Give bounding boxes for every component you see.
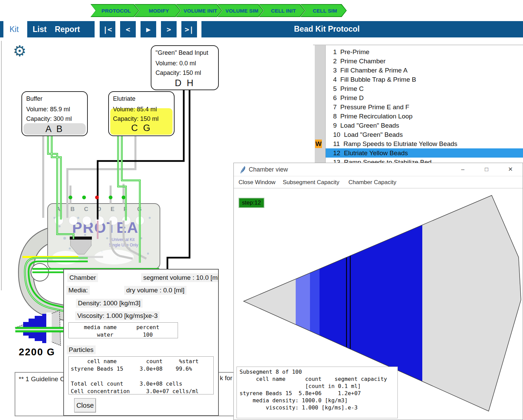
- workflow-stage-label: VOLUME INIT: [181, 8, 217, 14]
- tab-report[interactable]: Report: [55, 25, 80, 34]
- node-title: Elutriate: [109, 92, 174, 104]
- tab-kit[interactable]: Kit: [10, 21, 19, 37]
- workflow-stage-bar: PROTOCOLMODIFYVOLUME INITVOLUME SIMCELL …: [91, 4, 347, 17]
- popup-title: Chamber: [67, 273, 98, 282]
- workflow-stage-cell-init[interactable]: CELL INIT: [259, 4, 305, 17]
- dry-volume-label: dry volume : 0.0 [ml]: [124, 286, 186, 295]
- port-letter-E: E: [111, 206, 114, 212]
- subsegment-info-box: Subsegment 8 of 100 cell name count segm…: [236, 367, 398, 418]
- nav-next-button[interactable]: >: [161, 21, 177, 37]
- protocol-step-row-5[interactable]: 5 Prime C: [326, 84, 523, 93]
- tab-list[interactable]: List: [33, 25, 47, 34]
- chamber-view-window: Chamber view – □ ✕ Close Window Subsegme…: [233, 163, 523, 420]
- settings-gear-icon[interactable]: ⚙: [13, 44, 26, 59]
- protocol-step-row-7[interactable]: 7 Pressure Prime E and F: [326, 102, 523, 112]
- menu-chamber-capacity[interactable]: Chamber Capacity: [348, 179, 396, 186]
- valve-dots: [69, 196, 126, 199]
- window-titlebar[interactable]: Chamber view – □ ✕: [234, 163, 523, 176]
- g-force-label: 2200 G: [19, 346, 55, 358]
- workflow-stage-label: PROTOCOL: [99, 8, 131, 14]
- window-title: Chamber view: [249, 166, 288, 173]
- kit-sublabel-2: Single Use Only: [109, 243, 138, 247]
- protocol-step-row-8[interactable]: 8 Prime Recirculation Loop: [326, 112, 523, 121]
- workflow-stage-cell-sim[interactable]: CELL SIM: [300, 4, 347, 17]
- port-letter-C: C: [84, 206, 88, 212]
- valve-dot-green: [69, 196, 72, 199]
- protocol-step-row-3[interactable]: 3 Fill Chamber & Prime A: [326, 66, 523, 75]
- nav-first-button[interactable]: |<: [100, 21, 115, 37]
- popup-close-button[interactable]: Close: [74, 398, 96, 413]
- main-toolbar: Kit List Report |< < ▶ > >| Bead Kit Pro…: [0, 21, 523, 37]
- node-capacity: Capacity: 150 ml: [151, 68, 218, 77]
- close-window-button[interactable]: ✕: [503, 164, 518, 175]
- workflow-stage-label: CELL SIM: [310, 8, 337, 14]
- nav-prev-button[interactable]: <: [120, 21, 136, 37]
- nav-last-icon: >|: [185, 25, 194, 34]
- warning-marker: W: [315, 140, 322, 148]
- mini-cone: [15, 310, 66, 345]
- minimize-button[interactable]: –: [456, 164, 470, 175]
- chamber-detail-popup: Chamber segment volume : 10.0 [ml] Media…: [63, 269, 219, 416]
- node-elutriate[interactable]: Elutriate Volume: 85.4 ml Capacity: 150 …: [108, 91, 175, 136]
- node-title: Buffer: [22, 92, 87, 104]
- guideline-text: ** 1 Guideline C: [19, 375, 65, 383]
- protocol-step-row-10[interactable]: 10 Load "Green" Beads: [326, 130, 523, 139]
- particles-label: Particles: [67, 345, 96, 354]
- protocol-step-row-4[interactable]: 4 Fill Bubble Trap & Prime B: [326, 75, 523, 84]
- density-label: Density: 1000 [kg/m3]: [76, 299, 143, 308]
- node-green-bead-input[interactable]: "Green" Bead Input Volume: 0.0 ml Capaci…: [151, 45, 219, 90]
- node-volume: Volume: 85.9 ml: [22, 104, 87, 114]
- node-port-strip: A B: [23, 123, 86, 135]
- tab-kit-label: Kit: [10, 25, 19, 34]
- node-capacity: Capacity: 300 ml: [22, 114, 87, 123]
- viscosity-label: Viscosity: 1.000 [kg/ms]xe-3: [75, 311, 160, 320]
- steps-rows: 1 Pre-Prime2 Prime Chamber3 Fill Chamber…: [326, 47, 523, 167]
- workflow-stage-modify[interactable]: MODIFY: [134, 4, 181, 17]
- workflow-stage-label: VOLUME SIM: [223, 8, 258, 14]
- maximize-button[interactable]: □: [479, 164, 494, 175]
- node-volume: Volume: 85.4 ml: [109, 104, 174, 114]
- page-title: Bead Kit Protocol: [294, 25, 360, 34]
- nav-first-icon: |<: [103, 25, 112, 34]
- protocol-step-row-2[interactable]: 2 Prime Chamber: [326, 56, 523, 66]
- menu-close-window[interactable]: Close Window: [239, 179, 276, 186]
- nav-prev-icon: <: [126, 25, 130, 34]
- media-table: media name percent water 100: [68, 322, 178, 338]
- guideline-text-fragment: k for: [220, 374, 232, 382]
- canvas-left-border: [1, 41, 2, 290]
- toolbar-edge-stub: [0, 21, 3, 37]
- nav-next-icon: >: [166, 25, 171, 34]
- valve-dot-green: [82, 196, 86, 199]
- protocol-title-bar: Bead Kit Protocol: [201, 21, 523, 37]
- node-volume: Volume: 0.0 ml: [151, 58, 218, 68]
- nav-last-button[interactable]: >|: [181, 21, 197, 37]
- protocol-step-row-1[interactable]: 1 Pre-Prime: [326, 47, 523, 56]
- port-letter-B: B: [70, 206, 75, 212]
- workflow-stage-label: MODIFY: [146, 8, 169, 14]
- protocol-step-row-9[interactable]: 9 Load "Green" Beads: [326, 121, 523, 130]
- protocol-step-row-12[interactable]: 12 Elutriate Yellow Beads: [326, 148, 523, 158]
- window-menubar: Close Window Subsegment Capacity Chamber…: [234, 177, 523, 189]
- protocol-step-row-6[interactable]: 6 Prime D: [326, 93, 523, 102]
- node-buffer[interactable]: Buffer Volume: 85.9 ml Capacity: 300 ml …: [21, 91, 88, 136]
- particles-table: cell name count %start styrene Beads 15 …: [68, 356, 214, 394]
- protocol-step-row-11[interactable]: 11 Ramp Speeds to Elutriate Yellow Beads: [326, 139, 523, 148]
- valve-dot-red: [95, 196, 99, 199]
- workflow-stage-volume-sim[interactable]: VOLUME SIM: [217, 4, 264, 17]
- valve-dot-green: [122, 196, 126, 199]
- media-label: Media:: [66, 286, 90, 295]
- play-icon: ▶: [146, 25, 150, 34]
- node-title: "Green" Bead Input: [151, 46, 218, 58]
- node-capacity: Capacity: 150 ml: [109, 114, 174, 123]
- valve-dot-green: [109, 196, 113, 199]
- workflow-stage-protocol[interactable]: PROTOCOL: [91, 4, 139, 17]
- segment-volume-label: segment volume : 10.0 [ml]: [141, 273, 219, 282]
- workflow-stage-volume-init[interactable]: VOLUME INIT: [176, 4, 222, 17]
- nav-play-button[interactable]: ▶: [141, 21, 156, 37]
- app-feather-icon: [239, 166, 247, 174]
- node-ports: D H: [151, 78, 218, 88]
- node-ports: C G: [109, 123, 174, 133]
- node-ports: A B: [45, 124, 64, 134]
- tab-group-list-report: List Report: [27, 21, 95, 37]
- menu-subsegment-capacity[interactable]: Subsegment Capacity: [283, 179, 339, 186]
